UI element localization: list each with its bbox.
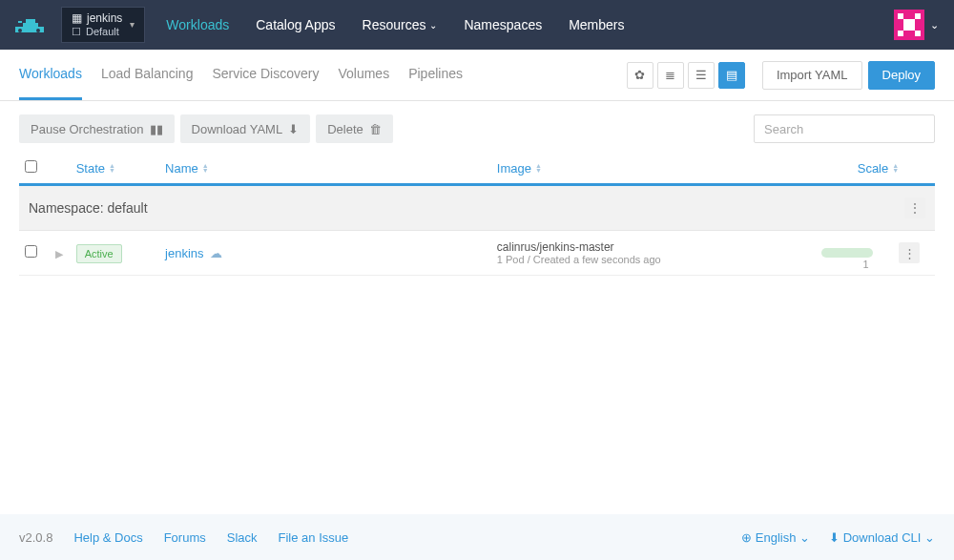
kebab-icon: ⋮ [903, 246, 916, 260]
sort-icon: ▲▼ [202, 163, 209, 173]
svg-point-0 [18, 29, 22, 32]
tab-service-discovery[interactable]: Service Discovery [212, 50, 319, 100]
column-scale[interactable]: Scale▲▼ [821, 161, 899, 176]
expand-row-button[interactable]: ▶ [55, 248, 63, 259]
namespace-title: Namespace: default [29, 200, 148, 216]
footer-file-issue[interactable]: File an Issue [279, 530, 349, 545]
table-row: ▶ Active jenkins ☁ calinrus/jenkins-mast… [19, 231, 935, 276]
download-icon: ⬇ [288, 122, 299, 136]
view-list-button[interactable]: ≣ [657, 62, 684, 89]
column-state[interactable]: State▲▼ [76, 161, 165, 176]
search-input[interactable] [754, 114, 935, 143]
workloads-table: State▲▼ Name▲▼ Image▲▼ Scale▲▼ Namespace… [0, 143, 954, 276]
chevron-down-icon: ⌄ [429, 20, 437, 31]
nav-workloads[interactable]: Workloads [153, 0, 242, 50]
globe-icon: ⊕ [741, 530, 752, 545]
footer-help-docs[interactable]: Help & Docs [73, 530, 142, 545]
sub-navigation: Workloads Load Balancing Service Discove… [0, 50, 954, 101]
pause-orchestration-button[interactable]: Pause Orchestration▮▮ [19, 114, 175, 143]
delete-button[interactable]: Delete🗑 [316, 114, 393, 143]
cloud-icon: ☁ [210, 246, 222, 260]
svg-point-1 [36, 29, 40, 32]
download-cli-button[interactable]: ⬇ Download CLI ⌄ [829, 530, 935, 545]
image-name: calinrus/jenkins-master [497, 240, 821, 254]
view-gear-button[interactable]: ✿ [627, 62, 653, 89]
tab-pipelines[interactable]: Pipelines [408, 50, 463, 100]
column-image[interactable]: Image▲▼ [497, 161, 821, 176]
footer: v2.0.8 Help & Docs Forums Slack File an … [0, 514, 954, 560]
row-checkbox[interactable] [25, 245, 37, 258]
trash-icon: 🗑 [369, 122, 382, 136]
sort-icon: ▲▼ [109, 163, 115, 173]
chevron-down-icon: ▾ [130, 19, 135, 30]
group-icon: ☰ [695, 68, 707, 82]
nav-catalog-apps[interactable]: Catalog Apps [242, 0, 348, 50]
namespace-group-header: Namespace: default ⋮ [19, 186, 935, 231]
footer-forums[interactable]: Forums [164, 530, 206, 545]
cluster-name: ▦jenkins [72, 11, 122, 25]
tab-load-balancing[interactable]: Load Balancing [101, 50, 194, 100]
version-label: v2.0.8 [19, 530, 52, 545]
chevron-down-icon: ⌄ [799, 530, 810, 545]
status-badge: Active [76, 244, 122, 263]
nav-namespaces[interactable]: Namespaces [450, 0, 555, 50]
view-mode-buttons: ✿ ≣ ☰ ▤ [627, 62, 745, 89]
scale-indicator: 1 [821, 248, 873, 258]
gear-icon: ✿ [634, 68, 645, 82]
nav-items: Workloads Catalog Apps Resources⌄ Namesp… [153, 0, 637, 50]
group-menu-button[interactable]: ⋮ [904, 197, 925, 218]
sort-icon: ▲▼ [535, 163, 542, 173]
chevron-down-icon[interactable]: ⌄ [930, 19, 939, 31]
download-icon: ⬇ [829, 530, 840, 545]
scale-value: 1 [863, 259, 869, 270]
tab-volumes[interactable]: Volumes [338, 50, 389, 100]
cluster-selector[interactable]: ▦jenkins ☐Default ▾ [61, 7, 145, 43]
column-name[interactable]: Name▲▼ [165, 161, 497, 176]
view-detail-button[interactable]: ▤ [718, 62, 745, 89]
footer-slack[interactable]: Slack [227, 530, 258, 545]
view-group-button[interactable]: ☰ [688, 62, 715, 89]
top-navigation: ▦jenkins ☐Default ▾ Workloads Catalog Ap… [0, 0, 954, 50]
sort-icon: ▲▼ [892, 163, 899, 173]
nav-resources[interactable]: Resources⌄ [349, 0, 451, 50]
cluster-namespace: ☐Default [72, 26, 122, 38]
action-row: Pause Orchestration▮▮ Download YAML⬇ Del… [0, 101, 954, 143]
detail-icon: ▤ [726, 68, 737, 82]
image-subtitle: 1 Pod / Created a few seconds ago [497, 254, 821, 265]
download-yaml-button[interactable]: Download YAML⬇ [180, 114, 311, 143]
table-header: State▲▼ Name▲▼ Image▲▼ Scale▲▼ [19, 153, 935, 186]
select-all-checkbox[interactable] [25, 160, 37, 173]
pause-icon: ▮▮ [150, 122, 163, 136]
list-icon: ≣ [665, 68, 675, 82]
workload-name-link[interactable]: jenkins ☁ [165, 246, 497, 260]
chevron-down-icon: ⌄ [924, 530, 935, 545]
deploy-button[interactable]: Deploy [868, 61, 935, 90]
import-yaml-button[interactable]: Import YAML [762, 61, 862, 90]
row-menu-button[interactable]: ⋮ [899, 242, 920, 263]
tab-workloads[interactable]: Workloads [19, 50, 82, 100]
kebab-icon: ⋮ [908, 200, 922, 216]
user-avatar[interactable] [894, 10, 924, 40]
rancher-logo[interactable] [0, 0, 61, 50]
language-selector[interactable]: ⊕ English ⌄ [741, 530, 810, 545]
nav-members[interactable]: Members [555, 0, 637, 50]
